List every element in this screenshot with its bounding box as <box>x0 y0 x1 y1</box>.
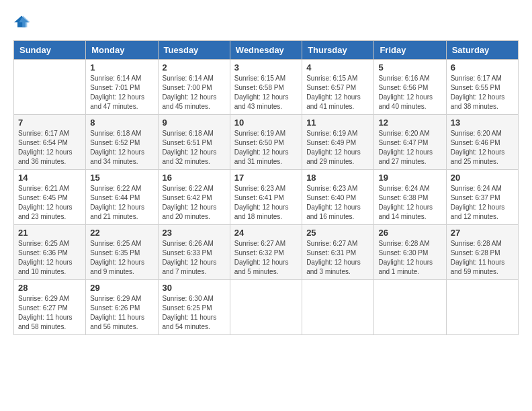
day-number: 30 <box>163 283 226 293</box>
calendar-cell: 19Sunrise: 6:24 AM Sunset: 6:38 PM Dayli… <box>374 170 446 225</box>
day-info: Sunrise: 6:27 AM Sunset: 6:31 PM Dayligh… <box>306 239 369 277</box>
day-number: 15 <box>90 173 153 183</box>
logo <box>13 13 32 30</box>
day-number: 6 <box>451 62 514 73</box>
calendar-cell: 25Sunrise: 6:27 AM Sunset: 6:31 PM Dayli… <box>302 225 374 280</box>
calendar-cell <box>446 280 518 335</box>
day-number: 13 <box>451 118 514 128</box>
calendar-cell: 4Sunrise: 6:15 AM Sunset: 6:57 PM Daylig… <box>302 60 374 115</box>
day-info: Sunrise: 6:17 AM Sunset: 6:55 PM Dayligh… <box>451 74 514 111</box>
day-number: 18 <box>306 173 369 183</box>
day-info: Sunrise: 6:16 AM Sunset: 6:56 PM Dayligh… <box>378 74 441 111</box>
day-info: Sunrise: 6:15 AM Sunset: 6:58 PM Dayligh… <box>234 74 298 111</box>
header-day-sunday: Sunday <box>14 41 86 60</box>
calendar-cell: 7Sunrise: 6:17 AM Sunset: 6:54 PM Daylig… <box>14 115 86 170</box>
day-info: Sunrise: 6:20 AM Sunset: 6:46 PM Dayligh… <box>451 129 514 167</box>
day-number: 27 <box>451 228 514 238</box>
day-number: 29 <box>90 283 153 293</box>
day-number: 2 <box>163 62 226 73</box>
day-info: Sunrise: 6:19 AM Sunset: 6:49 PM Dayligh… <box>306 129 369 167</box>
calendar-cell: 14Sunrise: 6:21 AM Sunset: 6:45 PM Dayli… <box>14 170 86 225</box>
day-number: 25 <box>306 228 369 238</box>
header-day-wednesday: Wednesday <box>230 41 302 60</box>
day-number: 19 <box>378 173 441 183</box>
calendar-cell <box>374 280 446 335</box>
day-info: Sunrise: 6:28 AM Sunset: 6:28 PM Dayligh… <box>451 239 514 277</box>
day-number: 1 <box>90 62 153 73</box>
calendar-cell: 23Sunrise: 6:26 AM Sunset: 6:33 PM Dayli… <box>158 225 230 280</box>
day-info: Sunrise: 6:23 AM Sunset: 6:41 PM Dayligh… <box>234 184 298 222</box>
day-info: Sunrise: 6:25 AM Sunset: 6:35 PM Dayligh… <box>90 239 153 277</box>
calendar-cell: 9Sunrise: 6:18 AM Sunset: 6:51 PM Daylig… <box>158 115 230 170</box>
calendar-cell: 13Sunrise: 6:20 AM Sunset: 6:46 PM Dayli… <box>446 115 518 170</box>
day-info: Sunrise: 6:20 AM Sunset: 6:47 PM Dayligh… <box>378 129 441 167</box>
day-number: 24 <box>234 228 298 238</box>
day-number: 5 <box>378 62 441 73</box>
day-info: Sunrise: 6:18 AM Sunset: 6:52 PM Dayligh… <box>90 129 153 167</box>
calendar-cell <box>230 280 302 335</box>
week-row-0: 1Sunrise: 6:14 AM Sunset: 7:01 PM Daylig… <box>14 60 519 115</box>
calendar-cell: 6Sunrise: 6:17 AM Sunset: 6:55 PM Daylig… <box>446 60 518 115</box>
calendar-cell: 18Sunrise: 6:23 AM Sunset: 6:40 PM Dayli… <box>302 170 374 225</box>
calendar-cell: 27Sunrise: 6:28 AM Sunset: 6:28 PM Dayli… <box>446 225 518 280</box>
day-number: 4 <box>306 62 369 73</box>
day-number: 16 <box>163 173 226 183</box>
calendar-table: SundayMondayTuesdayWednesdayThursdayFrid… <box>13 40 519 335</box>
day-info: Sunrise: 6:22 AM Sunset: 6:42 PM Dayligh… <box>163 184 226 222</box>
day-info: Sunrise: 6:21 AM Sunset: 6:45 PM Dayligh… <box>18 184 81 222</box>
day-number: 12 <box>378 118 441 128</box>
day-info: Sunrise: 6:26 AM Sunset: 6:33 PM Dayligh… <box>163 239 226 277</box>
header-day-thursday: Thursday <box>302 41 374 60</box>
calendar-cell: 24Sunrise: 6:27 AM Sunset: 6:32 PM Dayli… <box>230 225 302 280</box>
calendar-cell: 11Sunrise: 6:19 AM Sunset: 6:49 PM Dayli… <box>302 115 374 170</box>
calendar-cell: 22Sunrise: 6:25 AM Sunset: 6:35 PM Dayli… <box>86 225 158 280</box>
day-number: 7 <box>18 118 81 128</box>
day-info: Sunrise: 6:25 AM Sunset: 6:36 PM Dayligh… <box>18 239 81 277</box>
calendar-cell: 21Sunrise: 6:25 AM Sunset: 6:36 PM Dayli… <box>14 225 86 280</box>
day-info: Sunrise: 6:24 AM Sunset: 6:37 PM Dayligh… <box>451 184 514 222</box>
day-info: Sunrise: 6:29 AM Sunset: 6:27 PM Dayligh… <box>18 294 81 332</box>
day-info: Sunrise: 6:19 AM Sunset: 6:50 PM Dayligh… <box>234 129 298 167</box>
page-header <box>13 13 519 30</box>
week-row-1: 7Sunrise: 6:17 AM Sunset: 6:54 PM Daylig… <box>14 115 519 170</box>
day-info: Sunrise: 6:24 AM Sunset: 6:38 PM Dayligh… <box>378 184 441 222</box>
calendar-cell: 8Sunrise: 6:18 AM Sunset: 6:52 PM Daylig… <box>86 115 158 170</box>
calendar-cell: 20Sunrise: 6:24 AM Sunset: 6:37 PM Dayli… <box>446 170 518 225</box>
calendar-cell <box>14 60 86 115</box>
day-info: Sunrise: 6:14 AM Sunset: 7:01 PM Dayligh… <box>90 74 153 111</box>
day-number: 10 <box>234 118 298 128</box>
day-number: 22 <box>90 228 153 238</box>
day-info: Sunrise: 6:14 AM Sunset: 7:00 PM Dayligh… <box>163 74 226 111</box>
week-row-3: 21Sunrise: 6:25 AM Sunset: 6:36 PM Dayli… <box>14 225 519 280</box>
header-day-monday: Monday <box>86 41 158 60</box>
header-day-tuesday: Tuesday <box>158 41 230 60</box>
calendar-cell: 28Sunrise: 6:29 AM Sunset: 6:27 PM Dayli… <box>14 280 86 335</box>
calendar-cell: 29Sunrise: 6:29 AM Sunset: 6:26 PM Dayli… <box>86 280 158 335</box>
header-day-saturday: Saturday <box>446 41 518 60</box>
calendar-header: SundayMondayTuesdayWednesdayThursdayFrid… <box>14 41 519 60</box>
day-info: Sunrise: 6:27 AM Sunset: 6:32 PM Dayligh… <box>234 239 298 277</box>
calendar-body: 1Sunrise: 6:14 AM Sunset: 7:01 PM Daylig… <box>14 60 519 335</box>
calendar-cell: 15Sunrise: 6:22 AM Sunset: 6:44 PM Dayli… <box>86 170 158 225</box>
logo-icon <box>13 13 30 30</box>
day-number: 23 <box>163 228 226 238</box>
day-info: Sunrise: 6:22 AM Sunset: 6:44 PM Dayligh… <box>90 184 153 222</box>
calendar-cell: 2Sunrise: 6:14 AM Sunset: 7:00 PM Daylig… <box>158 60 230 115</box>
day-number: 26 <box>378 228 441 238</box>
day-info: Sunrise: 6:28 AM Sunset: 6:30 PM Dayligh… <box>378 239 441 277</box>
day-info: Sunrise: 6:17 AM Sunset: 6:54 PM Dayligh… <box>18 129 81 167</box>
day-info: Sunrise: 6:29 AM Sunset: 6:26 PM Dayligh… <box>90 294 153 332</box>
week-row-4: 28Sunrise: 6:29 AM Sunset: 6:27 PM Dayli… <box>14 280 519 335</box>
day-info: Sunrise: 6:15 AM Sunset: 6:57 PM Dayligh… <box>306 74 369 111</box>
day-info: Sunrise: 6:30 AM Sunset: 6:25 PM Dayligh… <box>163 294 226 332</box>
day-number: 8 <box>90 118 153 128</box>
day-info: Sunrise: 6:18 AM Sunset: 6:51 PM Dayligh… <box>163 129 226 167</box>
calendar-cell: 3Sunrise: 6:15 AM Sunset: 6:58 PM Daylig… <box>230 60 302 115</box>
header-row: SundayMondayTuesdayWednesdayThursdayFrid… <box>14 41 519 60</box>
day-number: 20 <box>451 173 514 183</box>
calendar-cell: 5Sunrise: 6:16 AM Sunset: 6:56 PM Daylig… <box>374 60 446 115</box>
day-number: 17 <box>234 173 298 183</box>
calendar-cell: 10Sunrise: 6:19 AM Sunset: 6:50 PM Dayli… <box>230 115 302 170</box>
calendar-cell: 1Sunrise: 6:14 AM Sunset: 7:01 PM Daylig… <box>86 60 158 115</box>
day-number: 28 <box>18 283 81 293</box>
